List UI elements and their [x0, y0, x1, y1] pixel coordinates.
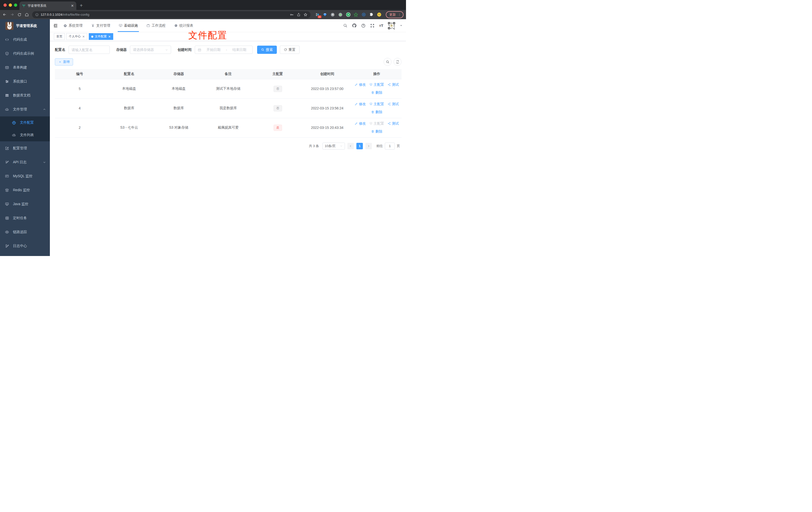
master-action[interactable]: 主配置: [369, 83, 384, 86]
search-button[interactable]: 搜索: [257, 46, 277, 54]
edit-action[interactable]: 修改: [355, 122, 366, 125]
sidebar-item-scheduled-task[interactable]: 定时任务: [0, 211, 50, 225]
app-logo-row[interactable]: 芋道管理系统: [0, 19, 50, 33]
browser-update-button[interactable]: 更新 ⋮: [386, 11, 404, 18]
search-toggle-button[interactable]: [383, 58, 392, 66]
date-range-picker[interactable]: 开始日期 - 结束日期: [195, 46, 253, 54]
col-name: 配置名: [105, 69, 154, 79]
next-page-button[interactable]: [365, 143, 372, 149]
home-icon[interactable]: [25, 12, 29, 17]
sidebar-item-log-center[interactable]: 日志中心: [0, 239, 50, 253]
delete-action[interactable]: 删除: [371, 91, 382, 94]
tag-profile[interactable]: 个人中心✕: [66, 33, 87, 40]
extension-puzzle-icon[interactable]: [369, 12, 374, 17]
sidebar-item-system-api[interactable]: 系统接口: [0, 74, 50, 89]
window-controls[interactable]: [3, 3, 17, 7]
sidebar-item-redis-monitor[interactable]: Redis 监控: [0, 183, 50, 197]
search-icon[interactable]: [343, 24, 347, 28]
master-action[interactable]: 主配置: [369, 102, 384, 106]
site-info-icon[interactable]: [35, 13, 39, 17]
add-button[interactable]: ＋ 新增: [55, 58, 73, 65]
prev-page-button[interactable]: [347, 143, 354, 149]
browser-tab[interactable]: 芋道管理系统 ✕: [20, 1, 76, 10]
table-header-row: 编号 配置名 存储器 备注 主配置 创建时间 操作: [55, 69, 402, 79]
nav-item-system-mgmt[interactable]: 系统管理: [63, 19, 83, 32]
extension-dot-icon[interactable]: [338, 12, 343, 17]
sidebar-item-code-demo[interactable]: 代码生成示例: [0, 47, 50, 61]
gear-icon: [12, 121, 16, 125]
refresh-table-button[interactable]: [394, 58, 402, 66]
new-tab-button[interactable]: +: [80, 3, 83, 8]
test-action[interactable]: 测试: [387, 102, 399, 106]
tag-file-config[interactable]: 文件配置✕: [89, 33, 113, 40]
delete-action[interactable]: 删除: [371, 130, 382, 133]
sidebar-item-config-mgmt[interactable]: 配置管理: [0, 141, 50, 155]
sidebar-collapse-icon[interactable]: [53, 24, 58, 28]
nav-item-payment-mgmt[interactable]: 支付管理: [91, 19, 110, 32]
close-window-button[interactable]: [3, 3, 7, 7]
tag-home[interactable]: 首页: [54, 33, 65, 40]
config-name-input[interactable]: [68, 46, 110, 54]
sidebar-item-db-doc[interactable]: 数据库文档: [0, 89, 50, 102]
redis-stack-icon: [5, 188, 9, 192]
app-logo-avatar: [5, 22, 13, 30]
reload-icon[interactable]: [18, 13, 22, 17]
sidebar-item-mysql-monitor[interactable]: MySQL 监控: [0, 169, 50, 183]
avatar[interactable]: [388, 22, 395, 29]
extension-command-icon[interactable]: ⌘: [330, 12, 335, 17]
nav-item-infrastructure[interactable]: 基础设施: [119, 19, 138, 32]
page-number-button[interactable]: 1: [356, 143, 363, 149]
nav-item-workflow[interactable]: 工作流程: [146, 19, 166, 32]
share-icon[interactable]: [297, 13, 300, 17]
forward-icon[interactable]: [10, 12, 14, 17]
test-action[interactable]: 测试: [387, 83, 399, 86]
font-size-icon[interactable]: ᴛT: [379, 24, 383, 28]
chevron-down-icon: [43, 161, 46, 164]
fullscreen-icon[interactable]: [370, 24, 375, 28]
sidebar-item-file-mgmt[interactable]: 文件管理: [0, 102, 50, 116]
bookmark-star-icon[interactable]: [303, 13, 308, 17]
col-id: 编号: [55, 69, 105, 79]
url-bar[interactable]: 127.0.0.1:1024/infra/file/file-config: [32, 11, 311, 18]
sidebar: 芋道管理系统 代码生成 代码生成示例 表单构建 系统接口 数据库文档 文件管理: [0, 19, 50, 256]
extension-emoji-icon[interactable]: [377, 12, 382, 17]
browser-menu-icon[interactable]: ⋮: [398, 13, 401, 17]
goto-page-input[interactable]: [385, 143, 395, 150]
password-key-icon[interactable]: [290, 13, 294, 17]
reset-button[interactable]: 重置: [280, 46, 299, 54]
close-icon[interactable]: ✕: [82, 35, 85, 38]
sidebar-item-file-config[interactable]: 文件配置: [0, 116, 50, 129]
cloud-download-icon: [5, 108, 9, 112]
file-config-table: 编号 配置名 存储器 备注 主配置 创建时间 操作 5 本地磁盘 本地磁盘 测试: [55, 69, 402, 138]
tab-close-icon[interactable]: ✕: [71, 4, 74, 8]
sidebar-item-api-log[interactable]: API 日志: [0, 155, 50, 169]
master-tag: 否: [273, 105, 282, 112]
sidebar-item-tracing[interactable]: 链路追踪: [0, 225, 50, 239]
user-caret-down-icon[interactable]: [400, 24, 403, 27]
test-action[interactable]: 测试: [387, 122, 399, 125]
close-icon[interactable]: ✕: [108, 35, 111, 38]
extension-star-icon[interactable]: [353, 12, 358, 17]
url-text[interactable]: 127.0.0.1:1024/infra/file/file-config: [41, 13, 288, 17]
sidebar-item-code-gen[interactable]: 代码生成: [0, 33, 50, 47]
sidebar-item-java-monitor[interactable]: Java 监控: [0, 197, 50, 211]
maximize-window-button[interactable]: [14, 3, 17, 7]
extension-y-icon[interactable]: Y: [346, 12, 351, 17]
minimize-window-button[interactable]: [9, 3, 12, 7]
extension-grid-icon[interactable]: 11: [315, 12, 320, 17]
github-icon[interactable]: [352, 23, 357, 28]
delete-action[interactable]: 删除: [371, 110, 382, 114]
storage-select[interactable]: 请选择存储器: [130, 46, 171, 54]
end-date-placeholder[interactable]: 结束日期: [229, 48, 250, 52]
sidebar-item-form-builder[interactable]: 表单构建: [0, 61, 50, 74]
start-date-placeholder[interactable]: 开始日期: [203, 48, 224, 52]
extension-gem-icon[interactable]: [322, 12, 327, 17]
svg-text:Y: Y: [347, 13, 349, 16]
sidebar-item-file-list[interactable]: 文件列表: [0, 129, 50, 141]
help-icon[interactable]: [361, 24, 366, 28]
page-size-select[interactable]: 10条/页: [322, 143, 345, 150]
back-icon[interactable]: [2, 12, 7, 17]
edit-action[interactable]: 修改: [355, 83, 366, 86]
edit-action[interactable]: 修改: [355, 102, 366, 106]
extension-eye-icon[interactable]: [361, 12, 366, 17]
